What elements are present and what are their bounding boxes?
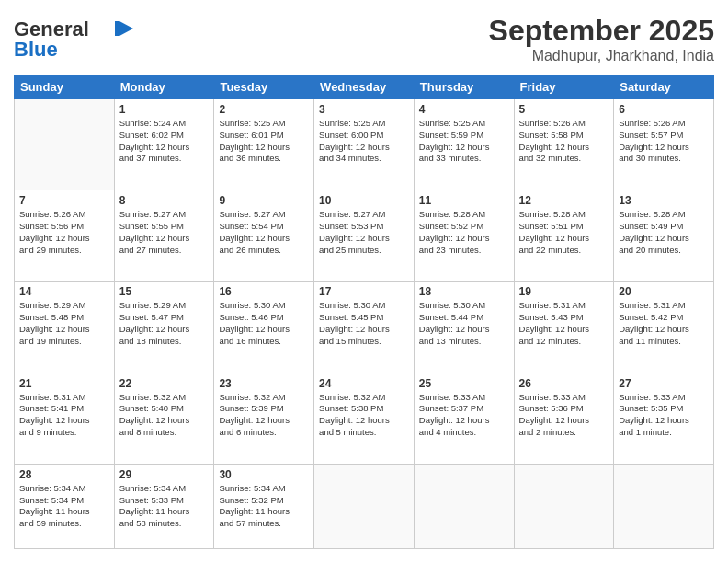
calendar-cell: 1Sunrise: 5:24 AM Sunset: 6:02 PM Daylig… bbox=[114, 99, 214, 190]
day-number: 12 bbox=[519, 194, 609, 207]
weekday-friday: Friday bbox=[514, 75, 614, 99]
calendar-cell: 28Sunrise: 5:34 AM Sunset: 5:34 PM Dayli… bbox=[15, 464, 115, 548]
day-info: Sunrise: 5:31 AM Sunset: 5:41 PM Dayligh… bbox=[19, 392, 109, 439]
calendar-cell: 17Sunrise: 5:30 AM Sunset: 5:45 PM Dayli… bbox=[314, 282, 415, 373]
day-number: 14 bbox=[19, 285, 109, 298]
calendar-week-2: 7Sunrise: 5:26 AM Sunset: 5:56 PM Daylig… bbox=[15, 190, 714, 282]
day-info: Sunrise: 5:24 AM Sunset: 6:02 PM Dayligh… bbox=[119, 118, 210, 165]
calendar-cell: 30Sunrise: 5:34 AM Sunset: 5:32 PM Dayli… bbox=[214, 464, 314, 548]
day-number: 28 bbox=[19, 468, 109, 481]
weekday-saturday: Saturday bbox=[614, 75, 714, 99]
day-info: Sunrise: 5:31 AM Sunset: 5:42 PM Dayligh… bbox=[619, 300, 709, 347]
weekday-header-row: SundayMondayTuesdayWednesdayThursdayFrid… bbox=[15, 75, 714, 99]
page: General Blue September 2025 Madhupur, Jh… bbox=[0, 0, 728, 563]
logo: General Blue bbox=[14, 14, 133, 65]
calendar-cell: 16Sunrise: 5:30 AM Sunset: 5:46 PM Dayli… bbox=[214, 282, 314, 373]
day-number: 27 bbox=[619, 377, 709, 390]
day-info: Sunrise: 5:33 AM Sunset: 5:35 PM Dayligh… bbox=[619, 392, 709, 439]
day-number: 10 bbox=[319, 194, 409, 207]
calendar-cell: 4Sunrise: 5:25 AM Sunset: 5:59 PM Daylig… bbox=[414, 99, 514, 190]
day-number: 5 bbox=[519, 103, 609, 116]
day-info: Sunrise: 5:29 AM Sunset: 5:48 PM Dayligh… bbox=[19, 300, 109, 347]
calendar-cell bbox=[414, 464, 514, 548]
calendar-cell: 9Sunrise: 5:27 AM Sunset: 5:54 PM Daylig… bbox=[214, 190, 314, 282]
day-info: Sunrise: 5:27 AM Sunset: 5:53 PM Dayligh… bbox=[319, 209, 409, 256]
day-info: Sunrise: 5:27 AM Sunset: 5:55 PM Dayligh… bbox=[119, 209, 210, 256]
day-number: 23 bbox=[219, 377, 309, 390]
calendar-cell: 26Sunrise: 5:33 AM Sunset: 5:36 PM Dayli… bbox=[514, 373, 614, 464]
calendar-week-4: 21Sunrise: 5:31 AM Sunset: 5:41 PM Dayli… bbox=[15, 373, 714, 464]
calendar-table: SundayMondayTuesdayWednesdayThursdayFrid… bbox=[14, 75, 714, 549]
day-info: Sunrise: 5:32 AM Sunset: 5:39 PM Dayligh… bbox=[219, 392, 309, 439]
day-info: Sunrise: 5:25 AM Sunset: 6:01 PM Dayligh… bbox=[219, 118, 309, 165]
day-number: 22 bbox=[119, 377, 210, 390]
calendar-cell: 21Sunrise: 5:31 AM Sunset: 5:41 PM Dayli… bbox=[15, 373, 115, 464]
calendar-cell: 25Sunrise: 5:33 AM Sunset: 5:37 PM Dayli… bbox=[414, 373, 514, 464]
day-info: Sunrise: 5:34 AM Sunset: 5:34 PM Dayligh… bbox=[19, 483, 109, 530]
svg-rect-3 bbox=[115, 21, 119, 36]
day-number: 26 bbox=[519, 377, 609, 390]
title-block: September 2025 Madhupur, Jharkhand, Indi… bbox=[489, 14, 714, 64]
calendar-week-3: 14Sunrise: 5:29 AM Sunset: 5:48 PM Dayli… bbox=[15, 282, 714, 373]
day-info: Sunrise: 5:31 AM Sunset: 5:43 PM Dayligh… bbox=[519, 300, 609, 347]
day-info: Sunrise: 5:34 AM Sunset: 5:32 PM Dayligh… bbox=[219, 483, 309, 530]
day-number: 30 bbox=[219, 468, 309, 481]
day-number: 4 bbox=[419, 103, 509, 116]
calendar-cell: 5Sunrise: 5:26 AM Sunset: 5:58 PM Daylig… bbox=[514, 99, 614, 190]
calendar-cell: 22Sunrise: 5:32 AM Sunset: 5:40 PM Dayli… bbox=[114, 373, 214, 464]
day-number: 18 bbox=[419, 285, 509, 298]
day-number: 2 bbox=[219, 103, 309, 116]
day-info: Sunrise: 5:33 AM Sunset: 5:37 PM Dayligh… bbox=[419, 392, 509, 439]
location-title: Madhupur, Jharkhand, India bbox=[489, 48, 714, 64]
calendar-cell bbox=[15, 99, 115, 190]
day-number: 29 bbox=[119, 468, 210, 481]
calendar-cell bbox=[314, 464, 415, 548]
day-number: 21 bbox=[19, 377, 109, 390]
weekday-sunday: Sunday bbox=[15, 75, 115, 99]
day-number: 6 bbox=[619, 103, 709, 116]
calendar-cell: 19Sunrise: 5:31 AM Sunset: 5:43 PM Dayli… bbox=[514, 282, 614, 373]
day-info: Sunrise: 5:30 AM Sunset: 5:46 PM Dayligh… bbox=[219, 300, 309, 347]
calendar-cell: 2Sunrise: 5:25 AM Sunset: 6:01 PM Daylig… bbox=[214, 99, 314, 190]
day-number: 13 bbox=[619, 194, 709, 207]
calendar-cell: 20Sunrise: 5:31 AM Sunset: 5:42 PM Dayli… bbox=[614, 282, 714, 373]
day-number: 7 bbox=[19, 194, 109, 207]
day-info: Sunrise: 5:26 AM Sunset: 5:58 PM Dayligh… bbox=[519, 118, 609, 165]
day-number: 3 bbox=[319, 103, 409, 116]
calendar-cell: 13Sunrise: 5:28 AM Sunset: 5:49 PM Dayli… bbox=[614, 190, 714, 282]
day-number: 1 bbox=[119, 103, 210, 116]
calendar-cell bbox=[514, 464, 614, 548]
day-number: 9 bbox=[219, 194, 309, 207]
day-number: 19 bbox=[519, 285, 609, 298]
day-info: Sunrise: 5:28 AM Sunset: 5:49 PM Dayligh… bbox=[619, 209, 709, 256]
day-info: Sunrise: 5:29 AM Sunset: 5:47 PM Dayligh… bbox=[119, 300, 210, 347]
weekday-monday: Monday bbox=[114, 75, 214, 99]
day-info: Sunrise: 5:33 AM Sunset: 5:36 PM Dayligh… bbox=[519, 392, 609, 439]
svg-marker-2 bbox=[119, 21, 133, 36]
calendar-cell: 3Sunrise: 5:25 AM Sunset: 6:00 PM Daylig… bbox=[314, 99, 415, 190]
day-info: Sunrise: 5:30 AM Sunset: 5:45 PM Dayligh… bbox=[319, 300, 409, 347]
day-info: Sunrise: 5:26 AM Sunset: 5:56 PM Dayligh… bbox=[19, 209, 109, 256]
day-info: Sunrise: 5:25 AM Sunset: 6:00 PM Dayligh… bbox=[319, 118, 409, 165]
day-number: 11 bbox=[419, 194, 509, 207]
calendar-cell: 15Sunrise: 5:29 AM Sunset: 5:47 PM Dayli… bbox=[114, 282, 214, 373]
day-info: Sunrise: 5:30 AM Sunset: 5:44 PM Dayligh… bbox=[419, 300, 509, 347]
day-info: Sunrise: 5:28 AM Sunset: 5:51 PM Dayligh… bbox=[519, 209, 609, 256]
calendar-cell: 29Sunrise: 5:34 AM Sunset: 5:33 PM Dayli… bbox=[114, 464, 214, 548]
weekday-thursday: Thursday bbox=[414, 75, 514, 99]
day-info: Sunrise: 5:25 AM Sunset: 5:59 PM Dayligh… bbox=[419, 118, 509, 165]
day-info: Sunrise: 5:32 AM Sunset: 5:40 PM Dayligh… bbox=[119, 392, 210, 439]
calendar-cell: 27Sunrise: 5:33 AM Sunset: 5:35 PM Dayli… bbox=[614, 373, 714, 464]
svg-text:Blue: Blue bbox=[14, 38, 58, 61]
calendar-cell: 23Sunrise: 5:32 AM Sunset: 5:39 PM Dayli… bbox=[214, 373, 314, 464]
day-info: Sunrise: 5:32 AM Sunset: 5:38 PM Dayligh… bbox=[319, 392, 409, 439]
header: General Blue September 2025 Madhupur, Jh… bbox=[14, 14, 714, 65]
calendar-cell: 18Sunrise: 5:30 AM Sunset: 5:44 PM Dayli… bbox=[414, 282, 514, 373]
weekday-wednesday: Wednesday bbox=[314, 75, 415, 99]
calendar-cell: 11Sunrise: 5:28 AM Sunset: 5:52 PM Dayli… bbox=[414, 190, 514, 282]
day-info: Sunrise: 5:34 AM Sunset: 5:33 PM Dayligh… bbox=[119, 483, 210, 530]
day-number: 8 bbox=[119, 194, 210, 207]
calendar-cell: 6Sunrise: 5:26 AM Sunset: 5:57 PM Daylig… bbox=[614, 99, 714, 190]
weekday-tuesday: Tuesday bbox=[214, 75, 314, 99]
day-number: 24 bbox=[319, 377, 409, 390]
